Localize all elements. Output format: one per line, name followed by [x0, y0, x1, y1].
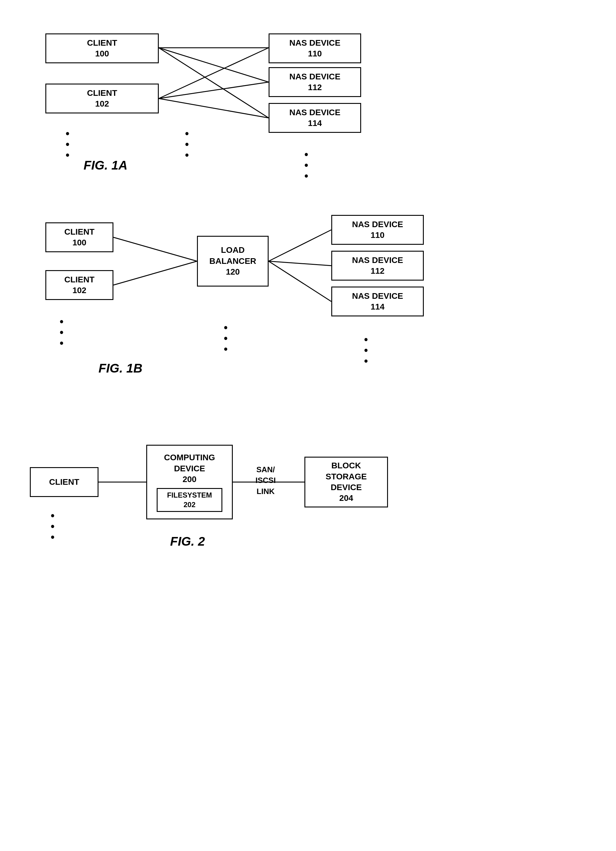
client102-label-1b: CLIENT — [64, 274, 94, 285]
block-label3: DEVICE — [331, 482, 362, 493]
lb-num: 120 — [226, 266, 240, 277]
client100-label-1b: CLIENT — [64, 227, 94, 237]
nas114-box-1b: NAS DEVICE 114 — [331, 287, 424, 316]
nas112-label-1a: NAS DEVICE — [289, 71, 340, 82]
dots-right-1a: ••• — [304, 149, 309, 182]
fig2-label: FIG. 2 — [170, 534, 205, 549]
lb-label1: LOAD — [221, 245, 245, 256]
svg-line-9 — [269, 261, 331, 266]
client102-box-1a: CLIENT 102 — [45, 84, 159, 113]
nas110-box-1b: NAS DEVICE 110 — [331, 215, 424, 245]
filesystem-num: 202 — [183, 500, 195, 509]
dots-middle-1b: ••• — [224, 322, 228, 355]
nas114-label-1b: NAS DEVICE — [352, 291, 403, 301]
nas112-num-1b: 112 — [371, 266, 385, 277]
block-label2: STORAGE — [326, 471, 367, 482]
filesystem-label: FILESYSTEM — [167, 490, 212, 500]
san-line3: LINK — [257, 487, 275, 496]
client100-box-1a: CLIENT 100 — [45, 33, 159, 63]
fig1a-section: CLIENT 100 CLIENT 102 NAS DEVICE 110 NAS… — [0, 12, 616, 185]
block-storage-box: BLOCK STORAGE DEVICE 204 — [304, 457, 388, 507]
computing-label2: DEVICE — [174, 463, 205, 474]
svg-line-8 — [269, 230, 331, 261]
nas112-label-1b: NAS DEVICE — [352, 255, 403, 266]
svg-line-6 — [113, 237, 197, 261]
fig1b-label: FIG. 1B — [99, 361, 142, 376]
svg-line-10 — [269, 261, 331, 301]
svg-line-5 — [159, 99, 269, 118]
client102-box-1b: CLIENT 102 — [45, 270, 113, 300]
svg-line-4 — [159, 82, 269, 99]
nas114-box-1a: NAS DEVICE 114 — [269, 103, 361, 133]
fig1a-label: FIG. 1A — [84, 158, 128, 173]
nas114-num-1a: 114 — [308, 118, 322, 129]
loadbalancer-box-1b: LOAD BALANCER 120 — [197, 236, 269, 287]
client100-num-1b: 100 — [72, 237, 87, 248]
svg-line-7 — [113, 261, 197, 285]
computing-label1: COMPUTING — [164, 452, 215, 463]
svg-line-1 — [159, 48, 269, 82]
client-label-2: CLIENT — [49, 477, 79, 487]
block-label1: BLOCK — [331, 460, 361, 471]
san-line1: SAN/ — [256, 465, 275, 474]
san-line2: ISCSI — [255, 476, 276, 485]
dots-left-2: ••• — [51, 510, 55, 543]
client100-num-1a: 100 — [95, 48, 109, 59]
client100-box-1b: CLIENT 100 — [45, 223, 113, 252]
lb-label2: BALANCER — [209, 256, 256, 266]
computing-device-box: COMPUTING DEVICE 200 FILESYSTEM 202 — [146, 445, 233, 519]
nas114-num-1b: 114 — [371, 301, 385, 312]
nas112-box-1a: NAS DEVICE 112 — [269, 67, 361, 97]
svg-line-3 — [159, 48, 269, 99]
nas114-label-1a: NAS DEVICE — [289, 107, 340, 118]
filesystem-box: FILESYSTEM 202 — [157, 488, 222, 512]
nas110-label-1a: NAS DEVICE — [289, 38, 340, 48]
dots-middle-1a: ••• — [185, 128, 189, 161]
client102-num-1a: 102 — [95, 99, 109, 109]
nas112-num-1a: 112 — [308, 82, 322, 93]
client-box-2: CLIENT — [30, 467, 99, 497]
nas110-box-1a: NAS DEVICE 110 — [269, 33, 361, 63]
nas110-num-1a: 110 — [308, 48, 322, 59]
dots-left-1b: ••• — [60, 316, 64, 349]
client102-label-1a: CLIENT — [87, 88, 117, 99]
client102-num-1b: 102 — [72, 285, 87, 296]
svg-line-2 — [159, 48, 269, 118]
dots-left-1a: ••• — [66, 128, 70, 161]
fig2-section: CLIENT COMPUTING DEVICE 200 FILESYSTEM 2… — [0, 427, 616, 576]
fig1b-section: CLIENT 100 CLIENT 102 LOAD BALANCER 120 … — [0, 203, 616, 388]
nas112-box-1b: NAS DEVICE 112 — [331, 251, 424, 281]
computing-num: 200 — [183, 474, 197, 485]
block-num: 204 — [340, 493, 353, 504]
san-link-label: SAN/ ISCSI LINK — [239, 464, 293, 497]
nas110-label-1b: NAS DEVICE — [352, 219, 403, 230]
nas110-num-1b: 110 — [371, 230, 385, 241]
client100-label-1a: CLIENT — [87, 38, 117, 48]
dots-right-1b: ••• — [364, 334, 368, 367]
